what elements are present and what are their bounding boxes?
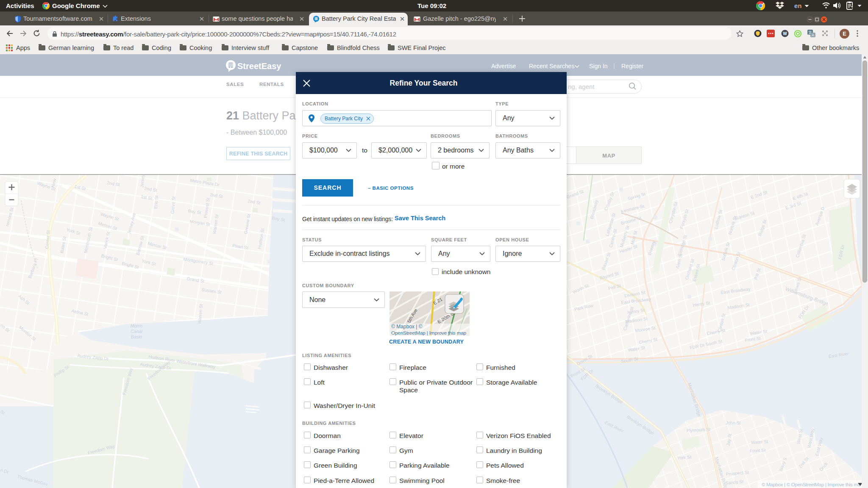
svg-text:© Mapbox | ©: © Mapbox | © (391, 324, 423, 330)
svg-text:Front St: Front St (749, 447, 765, 453)
svg-text:John St: John St (726, 420, 741, 425)
svg-text:OpenStreetMap | Improve this m: OpenStreetMap | Improve this map (391, 330, 467, 336)
svg-text:W: W (783, 31, 787, 36)
svg-text:© Mapbox | © OpenStreetMap | I: © Mapbox | © OpenStreetMap | Improve thi… (762, 482, 861, 487)
svg-text:Water St: Water St (751, 439, 768, 445)
svg-text:Canal: Canal (131, 329, 142, 334)
svg-text:Erie St: Erie St (153, 195, 159, 209)
svg-text:Morris: Morris (130, 323, 143, 328)
svg-text:A: A (812, 33, 814, 37)
svg-text:Basin: Basin (131, 334, 142, 339)
